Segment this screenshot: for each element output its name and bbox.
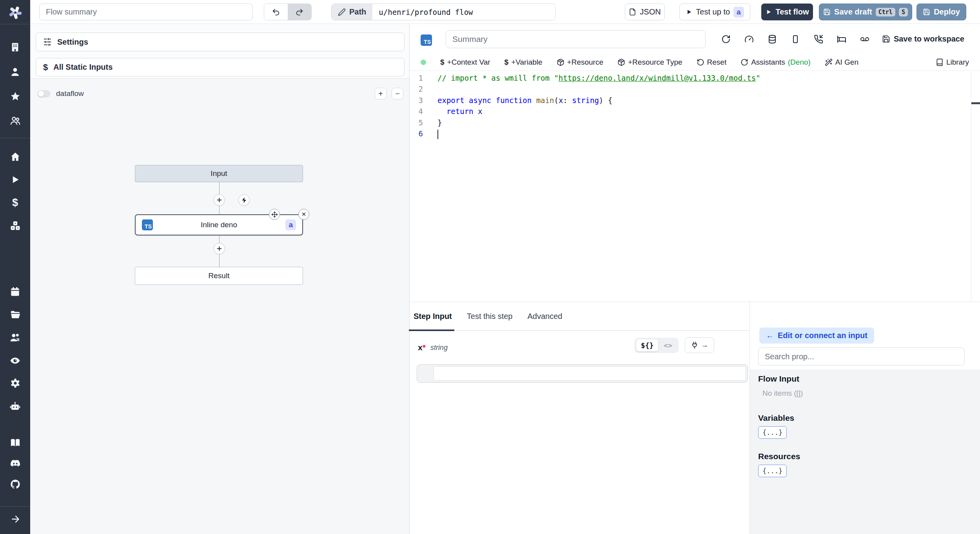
flow-summary-input[interactable] xyxy=(39,4,253,20)
x-field-wrap xyxy=(417,364,748,383)
search-prop-input[interactable] xyxy=(758,348,965,366)
flow-settings-button[interactable]: Settings xyxy=(36,33,405,51)
insert-step-button[interactable] xyxy=(214,243,225,254)
sidebar-item-github[interactable] xyxy=(0,478,30,490)
connect-input-button[interactable]: → xyxy=(685,337,714,353)
rectangle-icon xyxy=(791,34,800,44)
library-button[interactable]: Library xyxy=(936,58,969,67)
sidebar-item-workers[interactable] xyxy=(0,400,30,412)
save-to-workspace-button[interactable]: Save to workspace xyxy=(882,31,964,47)
move-step-button[interactable] xyxy=(269,209,280,220)
plus-icon xyxy=(216,197,223,203)
json-button[interactable]: JSON xyxy=(625,4,665,20)
template-mode-button[interactable]: ${} xyxy=(636,339,659,351)
windmill-logo[interactable] xyxy=(0,5,30,20)
kbd-s: S xyxy=(899,8,908,16)
tab-advanced[interactable]: Advanced xyxy=(527,302,562,330)
add-context-var-button[interactable]: $+Context Var xyxy=(440,58,490,67)
dataflow-toggle[interactable] xyxy=(37,90,51,98)
test-up-to-button[interactable]: Test up to a xyxy=(679,4,750,20)
sidebar-item-groups[interactable] xyxy=(0,115,30,127)
sidebar-item-folders[interactable] xyxy=(0,309,30,320)
sleep-button[interactable] xyxy=(833,31,849,47)
sidebar-item-audit-logs[interactable] xyxy=(0,355,30,366)
sidebar-item-user[interactable] xyxy=(0,66,30,78)
step-tabs: Step Input Test this step Advanced xyxy=(414,302,750,331)
x-value-input[interactable] xyxy=(434,366,746,380)
undo-redo-group xyxy=(264,4,312,20)
save-draft-button[interactable]: Save draft Ctrl S xyxy=(819,4,912,20)
resources-object-button[interactable]: {...} xyxy=(758,465,787,477)
windmill-flow-editor: $ Path xyxy=(0,0,980,534)
editor-scrollbar-gutter[interactable] xyxy=(971,71,971,302)
tab-step-input[interactable]: Step Input xyxy=(414,302,452,330)
variables-title: Variables xyxy=(758,413,972,423)
rotate-ccw-icon xyxy=(697,58,704,66)
zoom-in-button[interactable]: + xyxy=(375,88,387,100)
redo-button[interactable] xyxy=(288,4,311,20)
sidebar-item-runs[interactable] xyxy=(0,174,30,185)
insert-step-button[interactable] xyxy=(214,194,225,206)
resources-title: Resources xyxy=(758,452,972,461)
lightning-icon xyxy=(241,197,248,204)
step-summary-input[interactable] xyxy=(446,30,706,48)
text-cursor xyxy=(437,130,438,139)
path-label-section[interactable]: Path xyxy=(332,4,372,20)
assistants-button[interactable]: Assistants(Deno) xyxy=(740,58,811,67)
flow-node-result[interactable]: Result xyxy=(135,267,303,285)
retry-settings-button[interactable] xyxy=(718,31,734,47)
redo-icon xyxy=(295,8,304,16)
concurrency-button[interactable] xyxy=(787,31,803,47)
sidebar-item-variables[interactable]: $ xyxy=(0,197,30,208)
flow-node-input[interactable]: Input xyxy=(135,165,303,182)
zoom-out-button[interactable]: − xyxy=(392,88,403,100)
reset-button[interactable]: Reset xyxy=(697,58,727,67)
path-label: Path xyxy=(349,7,366,16)
sidebar-item-groups-admin[interactable] xyxy=(0,331,30,343)
result-node-label: Result xyxy=(209,272,230,280)
delete-step-button[interactable]: ✕ xyxy=(298,209,309,220)
flow-graph-canvas: dataflow + − Input TS Inline deno a ✕ xyxy=(30,78,409,534)
tab-test-this-step[interactable]: Test this step xyxy=(467,302,513,330)
deploy-button[interactable]: Deploy xyxy=(916,4,966,20)
early-stop-button[interactable] xyxy=(741,31,757,47)
sidebar-item-docs[interactable] xyxy=(0,437,30,449)
edit-or-connect-button[interactable]: ← Edit or connect an input xyxy=(759,328,874,344)
flow-summary-field-wrap xyxy=(39,4,253,20)
pencil-icon xyxy=(338,8,346,16)
sidebar-item-settings[interactable] xyxy=(0,377,30,389)
sidebar-item-resources[interactable] xyxy=(0,220,30,232)
test-up-to-label: Test up to xyxy=(696,7,730,16)
close-icon: ✕ xyxy=(301,211,307,218)
add-resource-button[interactable]: +Resource xyxy=(557,58,603,67)
ai-gen-button[interactable]: AI Gen xyxy=(825,58,858,67)
expand-sidebar-button[interactable] xyxy=(0,513,30,525)
cache-button[interactable] xyxy=(764,31,780,47)
all-static-inputs-button[interactable]: $ All Static Inputs xyxy=(36,58,405,76)
field-type: string xyxy=(430,344,448,352)
suspend-button[interactable] xyxy=(810,31,826,47)
sidebar-item-schedules[interactable] xyxy=(0,286,30,297)
line-number: 1 xyxy=(410,72,423,83)
settings-label: Settings xyxy=(57,38,88,47)
code-mode-button[interactable]: <> xyxy=(659,339,677,351)
sidebar-item-home[interactable] xyxy=(0,151,30,163)
connect-input-panel: ← Edit or connect an input Flow Input No… xyxy=(750,302,980,534)
test-flow-button[interactable]: Test flow xyxy=(761,4,813,20)
line-number: 2 xyxy=(410,83,423,94)
undo-button[interactable] xyxy=(264,4,288,20)
add-resource-type-button[interactable]: +Resource Type xyxy=(617,58,682,67)
variables-object-button[interactable]: {...} xyxy=(758,426,787,439)
save-draft-label: Save draft xyxy=(834,7,872,16)
sidebar-item-discord[interactable] xyxy=(0,458,30,469)
add-variable-button[interactable]: $+Variable xyxy=(505,58,543,67)
mock-button[interactable] xyxy=(857,31,873,47)
file-json-icon xyxy=(629,8,636,16)
sidebar-item-workspace[interactable] xyxy=(0,41,30,53)
code-area[interactable]: 1// import * as wmill from "https://deno… xyxy=(410,72,971,139)
sidebar-item-favorites[interactable] xyxy=(0,91,30,102)
import-url-link[interactable]: https://deno.land/x/windmill@v1.133.0/mo… xyxy=(559,74,756,82)
path-input[interactable] xyxy=(372,4,555,20)
plus-icon: + xyxy=(378,89,383,98)
insert-trigger-button[interactable] xyxy=(238,194,250,206)
